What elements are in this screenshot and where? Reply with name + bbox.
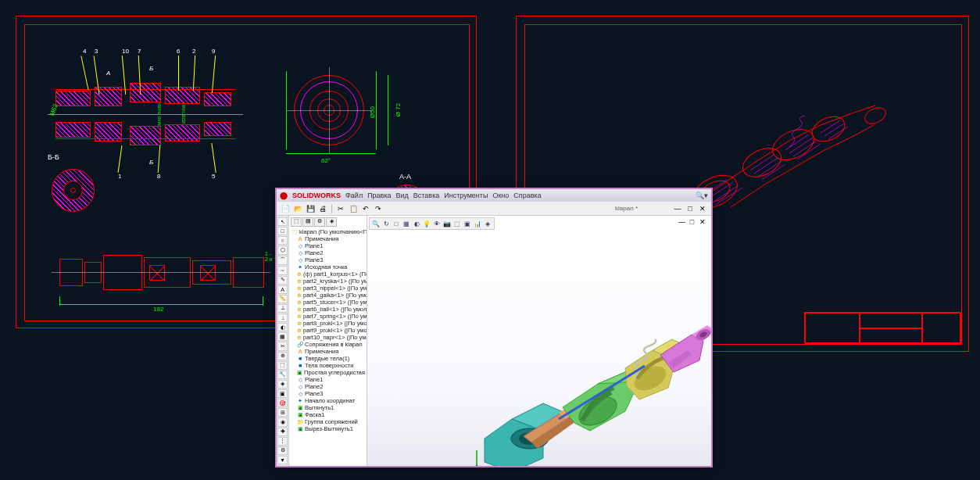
- menu-insert[interactable]: Вставка: [413, 192, 439, 199]
- tree-item-6[interactable]: ⊕part2_kryska<1> (|По умолча: [291, 278, 365, 285]
- view-tool-7[interactable]: 📷: [442, 219, 452, 228]
- left-tool-8[interactable]: 📏: [277, 295, 288, 303]
- tree-item-8[interactable]: ⊕part4_gaika<1> (|По умолча: [291, 292, 365, 299]
- sw-titlebar[interactable]: ⬤ SOLIDWORKS Файл Правка Вид Вставка Инс…: [277, 189, 711, 202]
- tree-item-1[interactable]: ◇Plane1: [291, 242, 365, 249]
- sw-viewport[interactable]: 🔍↻□▦◐💡👁📷⬚▣📊◈ — □ ✕: [367, 216, 711, 466]
- tree-item-14[interactable]: ⊕part10_napr<1> (|По умолча: [291, 334, 365, 341]
- view-tool-4[interactable]: ◐: [412, 219, 421, 228]
- tree-item-7[interactable]: ⊕part3_nippel<1> (|По умолча: [291, 285, 365, 292]
- tb-save[interactable]: 💾: [305, 203, 316, 214]
- tree-item-24[interactable]: ▣Вытянуть1: [291, 404, 365, 411]
- vp-close[interactable]: ✕: [698, 217, 706, 226]
- sw-menu[interactable]: Файл Правка Вид Вставка Инструменты Окно…: [345, 192, 542, 199]
- left-tool-19[interactable]: 🎯: [277, 399, 288, 407]
- tree-item-3[interactable]: ◇Plane3: [291, 256, 365, 263]
- left-tool-2[interactable]: ○: [277, 236, 288, 245]
- sw-feature-tree[interactable]: ⬚ ▤ ⚙ ◈ ⬚ klapan (По умолчанию<По умол A…: [289, 216, 367, 466]
- tree-item-15[interactable]: 🔗Сопряжения в klapan: [291, 341, 365, 348]
- menu-help[interactable]: Справка: [513, 192, 541, 199]
- sw-view-toolbar[interactable]: 🔍↻□▦◐💡👁📷⬚▣📊◈: [369, 217, 495, 230]
- sw-left-toolbar[interactable]: ↖□○⬡⌒～✎A📏⊥⟂◐▦✂⊕⬚🔧◈▣🎯⊞◉✚⋮⚙▼: [277, 216, 289, 466]
- tree-item-27[interactable]: ▣Вырез-Вытянуть1: [291, 425, 365, 432]
- tree-item-19[interactable]: ▣Простая углеродистая ст: [291, 369, 365, 376]
- tree-tab-2[interactable]: ▤: [302, 217, 313, 227]
- left-tool-7[interactable]: A: [277, 285, 288, 294]
- menu-edit[interactable]: Правка: [367, 192, 391, 199]
- tb-new[interactable]: 📄: [280, 203, 291, 214]
- tb-open[interactable]: 📂: [292, 203, 303, 214]
- left-tool-21[interactable]: ◉: [277, 417, 288, 426]
- left-tool-3[interactable]: ⬡: [277, 245, 288, 254]
- tree-item-13[interactable]: ⊕part9_prokl<1> (|По умолчан: [291, 327, 365, 334]
- tree-item-23[interactable]: ✦Начало координат: [291, 397, 365, 404]
- left-tool-9[interactable]: ⊥: [277, 304, 288, 313]
- tree-item-17[interactable]: ■Твердые тела(1): [291, 355, 365, 362]
- vp-min[interactable]: —: [678, 217, 686, 226]
- tree-tab-1[interactable]: ⬚: [291, 217, 302, 227]
- tb-paste[interactable]: 📋: [348, 203, 359, 214]
- left-tool-10[interactable]: ⟂: [277, 313, 288, 322]
- tb-undo[interactable]: ↶: [360, 203, 371, 214]
- tree-item-26[interactable]: 📁Группа сопряжений: [291, 418, 365, 425]
- left-tool-1[interactable]: □: [277, 227, 288, 235]
- left-tool-18[interactable]: ▣: [277, 389, 288, 398]
- left-tool-16[interactable]: 🔧: [277, 371, 288, 379]
- tree-tab-4[interactable]: ◈: [326, 217, 337, 227]
- left-tool-0[interactable]: ↖: [277, 217, 288, 226]
- left-tool-25[interactable]: ▼: [277, 456, 288, 464]
- view-tool-8[interactable]: ⬚: [452, 219, 462, 228]
- tree-item-10[interactable]: ⊕part6_ball<1> (|По умолчан: [291, 306, 365, 313]
- win-max[interactable]: □: [685, 203, 696, 214]
- tree-item-18[interactable]: ■Тела поверхности: [291, 362, 365, 369]
- sw-search-icon[interactable]: 🔍▾: [696, 192, 708, 199]
- menu-window[interactable]: Окно: [492, 192, 509, 199]
- sw-3d-model[interactable]: [469, 286, 711, 466]
- left-tool-15[interactable]: ⬚: [277, 361, 288, 370]
- view-tool-2[interactable]: □: [392, 219, 401, 228]
- tree-tab-3[interactable]: ⚙: [314, 217, 325, 227]
- tb-cut[interactable]: ✂: [335, 203, 346, 214]
- left-tool-13[interactable]: ✂: [277, 342, 288, 350]
- view-tool-1[interactable]: ↻: [381, 219, 391, 228]
- left-tool-20[interactable]: ⊞: [277, 408, 288, 417]
- view-tool-0[interactable]: 🔍: [371, 219, 381, 228]
- tree-item-11[interactable]: ⊕part7_spring<1> (|По умолч: [291, 313, 365, 320]
- tree-item-0[interactable]: AПримечания: [291, 235, 365, 242]
- left-tool-11[interactable]: ◐: [277, 323, 288, 331]
- menu-view[interactable]: Вид: [396, 192, 409, 199]
- tb-print[interactable]: 🖨: [317, 203, 328, 214]
- tree-item-5[interactable]: ⊕(ф) part1_korpus<1> (По: [291, 270, 365, 278]
- tree-item-20[interactable]: ◇Plane1: [291, 376, 365, 383]
- view-tool-6[interactable]: 👁: [432, 219, 442, 228]
- view-tool-3[interactable]: ▦: [402, 219, 411, 228]
- left-tool-17[interactable]: ◈: [277, 380, 288, 389]
- left-tool-24[interactable]: ⚙: [277, 446, 288, 455]
- doc-tab-title[interactable]: klapan *: [615, 205, 638, 212]
- left-tool-22[interactable]: ✚: [277, 428, 288, 436]
- left-tool-23[interactable]: ⋮: [277, 437, 288, 446]
- tree-item-12[interactable]: ⊕part8_prokl<1> (|По умолчан: [291, 320, 365, 327]
- win-close[interactable]: ✕: [697, 203, 708, 214]
- tree-item-16[interactable]: AПримечания: [291, 348, 365, 355]
- tree-item-2[interactable]: ◇Plane2: [291, 249, 365, 256]
- tree-root[interactable]: ⬚ klapan (По умолчанию<По умол: [291, 228, 365, 235]
- left-tool-14[interactable]: ⊕: [277, 352, 288, 360]
- view-tool-10[interactable]: 📊: [473, 219, 482, 228]
- left-tool-6[interactable]: ✎: [277, 276, 288, 285]
- menu-tools[interactable]: Инструменты: [444, 192, 488, 199]
- left-tool-5[interactable]: ～: [277, 266, 288, 275]
- tree-item-21[interactable]: ◇Plane2: [291, 383, 365, 390]
- vp-max[interactable]: □: [688, 217, 696, 226]
- tree-item-25[interactable]: ▣Фаска1: [291, 411, 365, 418]
- solidworks-window[interactable]: ⬤ SOLIDWORKS Файл Правка Вид Вставка Инс…: [275, 188, 713, 467]
- view-tool-11[interactable]: ◈: [483, 219, 492, 228]
- win-min[interactable]: —: [672, 203, 683, 214]
- tree-item-9[interactable]: ⊕part5_stucer<1> (|По умол: [291, 299, 365, 306]
- sw-toolbar[interactable]: 📄 📂 💾 🖨 ✂ 📋 ↶ ↷ klapan * — □ ✕: [277, 202, 711, 216]
- tb-redo[interactable]: ↷: [373, 203, 384, 214]
- view-tool-9[interactable]: ▣: [463, 219, 472, 228]
- tree-item-4[interactable]: ✦Исходная точка: [291, 263, 365, 270]
- tree-item-22[interactable]: ◇Plane3: [291, 390, 365, 397]
- menu-file[interactable]: Файл: [345, 192, 363, 199]
